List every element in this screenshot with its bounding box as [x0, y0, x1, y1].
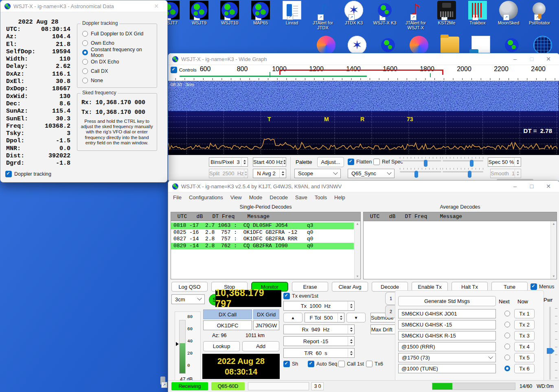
- tx1-message-field[interactable]: SM6CKU G4HSK JO01: [398, 309, 496, 318]
- desktop-icon-linrad[interactable]: ↗Linrad: [277, 1, 307, 25]
- tx1-next-radio[interactable]: [504, 311, 510, 316]
- sh-checkbox[interactable]: [283, 361, 290, 367]
- radio-icon[interactable]: [82, 78, 88, 83]
- tab-1[interactable]: 1: [385, 292, 396, 305]
- desktop-icon-moonsked[interactable]: ↗MoonSked: [494, 1, 523, 25]
- tx2-message-field[interactable]: SM6CKU G4HSK -15: [398, 320, 496, 329]
- radio-constant-freq-moon[interactable]: Constant frequency on Moon: [82, 48, 154, 57]
- menu-mode[interactable]: Mode: [249, 194, 263, 200]
- tx6-next-radio[interactable]: [504, 366, 510, 371]
- desktop-icon-jtdx-k3[interactable]: ✶↗JTDX K3: [339, 1, 368, 25]
- main-titlebar[interactable]: WSJT-X - ig-name=K3 v2.5.4 by K1JT, G4WJ…: [168, 181, 559, 192]
- waterfall[interactable]: 08:30 3cm: [168, 81, 559, 111]
- tx4-message-field[interactable]: @1500 (RRR): [398, 342, 496, 351]
- slider-gain-bottom[interactable]: [400, 168, 441, 177]
- tx5-now-button[interactable]: Tx 5: [514, 353, 535, 362]
- start-hz-spinner[interactable]: Start 400 Hz: [253, 157, 286, 167]
- slider-zero-top[interactable]: [443, 157, 483, 166]
- wide-graph-titlebar[interactable]: WSJT-X - ig-name=K3 - Wide Graph – □ ✕: [168, 53, 559, 65]
- maximize-button[interactable]: □: [525, 53, 539, 65]
- tx-even-checkbox[interactable]: [283, 293, 290, 299]
- spinner-arrows[interactable]: [348, 301, 354, 310]
- vertical-scrollbar[interactable]: ▲▼: [550, 221, 557, 279]
- radio-icon[interactable]: [82, 68, 88, 74]
- ftol-spinner[interactable]: F Tol 500: [305, 313, 344, 322]
- spinner-arrows[interactable]: [348, 325, 354, 334]
- close-button[interactable]: ✕: [541, 181, 555, 192]
- tx1-now-button[interactable]: Tx 1: [514, 309, 535, 318]
- frequency-display[interactable]: 10,368.179 797: [215, 290, 281, 307]
- close-button[interactable]: ✕: [149, 0, 163, 12]
- decode-row[interactable]: 0829 -14 2.8 762 : CQ GB2FRA IO90 q0: [171, 243, 354, 250]
- auto-seq-toggle[interactable]: Auto Seq: [308, 361, 337, 367]
- band-select[interactable]: 3cm: [171, 294, 205, 304]
- desktop-icon-wireglobe[interactable]: [528, 36, 557, 54]
- refspec-toggle[interactable]: Ref Spec: [373, 159, 403, 165]
- menu-help[interactable]: Help: [334, 194, 345, 200]
- tr-period-spinner[interactable]: T/R 60 s: [283, 348, 355, 358]
- tx-freq-spinner[interactable]: Tx 1000 Hz: [283, 301, 355, 311]
- spinner-arrows[interactable]: [279, 169, 286, 178]
- desktop-icon-trakbox[interactable]: ↗Trakbox: [463, 1, 492, 25]
- scroll-down-icon[interactable]: ▼: [357, 274, 359, 278]
- vertical-scrollbar[interactable]: ▲▼: [354, 221, 360, 279]
- refspec-checkbox[interactable]: [373, 159, 380, 165]
- close-button[interactable]: ✕: [541, 53, 555, 65]
- desktop-icon-kst2me[interactable]: ↗KST2Me: [432, 1, 461, 25]
- dx-grid-input[interactable]: JN79GW: [253, 320, 279, 330]
- decode-row[interactable]: 0818 -17 2.7 1063 : CQ DL0SHF JO54 q3: [171, 222, 354, 229]
- scroll-up-icon[interactable]: ▲: [552, 222, 555, 226]
- menu-file[interactable]: File: [173, 194, 182, 200]
- menu-view[interactable]: View: [230, 194, 242, 200]
- tx3-now-button[interactable]: Tx 3: [514, 331, 535, 340]
- radio-icon[interactable]: [82, 59, 88, 65]
- desktop-icon-orb1[interactable]: [311, 36, 341, 54]
- menu-save[interactable]: Save: [295, 194, 307, 200]
- rx-to-tx-button[interactable]: ▼: [346, 313, 366, 322]
- minimize-button[interactable]: –: [508, 181, 522, 192]
- desktop-icon-jtalert-jtdx[interactable]: ♪↗JTAlert for JTDX: [308, 1, 338, 30]
- menu-tools[interactable]: Tools: [315, 194, 327, 200]
- radio-full-doppler[interactable]: Full Doppler to DX Grid: [82, 29, 154, 38]
- sh-toggle[interactable]: Sh: [283, 361, 298, 367]
- auto-seq-checkbox[interactable]: [308, 361, 314, 367]
- spinner-arrows[interactable]: [283, 158, 286, 166]
- scroll-down-icon[interactable]: ▼: [552, 274, 555, 278]
- call-1st-checkbox[interactable]: [338, 361, 345, 367]
- tx6-checkbox[interactable]: [366, 361, 373, 367]
- menu-configurations[interactable]: Configurations: [189, 194, 223, 200]
- decode-row[interactable]: 0827 -14 2.8 757 : OK1DFC GB2FRA RRR q0: [171, 236, 354, 243]
- pwr-slider[interactable]: [547, 307, 557, 380]
- tx2-now-button[interactable]: Tx 2: [514, 320, 535, 329]
- desktop-icon-jtalert-wsjtx[interactable]: ♪↗JTAlert for WSJT-X: [401, 1, 430, 30]
- minimize-button[interactable]: –: [508, 53, 522, 65]
- spec-percent-spinner[interactable]: Spec 50 %: [488, 157, 521, 167]
- log-qso-button[interactable]: Log QSO: [171, 282, 208, 292]
- lookup-button[interactable]: Lookup: [203, 341, 240, 351]
- tab-2[interactable]: 2: [385, 305, 396, 318]
- navg-spinner[interactable]: N Avg 2: [253, 169, 286, 178]
- average-decodes-list[interactable]: ▲▼: [363, 221, 557, 279]
- desktop-icon-wsjt10[interactable]: ↗WSJT10: [215, 1, 244, 25]
- doppler-tracking-toggle[interactable]: Doppler tracking: [5, 171, 51, 177]
- flatten-toggle[interactable]: Flatten: [348, 159, 372, 165]
- slider-gain-top[interactable]: [400, 157, 441, 166]
- radio-none[interactable]: None: [82, 76, 154, 85]
- tx3-message-field[interactable]: SM6CKU G4HSK R-15: [398, 331, 496, 340]
- spinner-arrows[interactable]: [514, 158, 521, 166]
- menu-decode[interactable]: Decode: [270, 194, 288, 200]
- pwr-slider-handle[interactable]: [547, 348, 555, 354]
- tx4-now-button[interactable]: Tx 4: [514, 342, 535, 351]
- call-1st-toggle[interactable]: Call 1st: [338, 361, 364, 367]
- tx5-next-radio[interactable]: [504, 355, 510, 360]
- maximize-button[interactable]: □: [525, 181, 539, 192]
- spectrum-type-combo[interactable]: Q65_Sync: [348, 169, 395, 178]
- tx2-next-radio[interactable]: [504, 322, 510, 327]
- menus-checkbox[interactable]: [531, 283, 537, 290]
- desktop-icon-compass2[interactable]: ✶: [342, 36, 372, 54]
- tx6-toggle[interactable]: Tx6: [366, 361, 383, 367]
- tx6-now-button[interactable]: Tx 6: [514, 364, 535, 373]
- palette-combo[interactable]: Scope: [294, 169, 341, 178]
- tx4-next-radio[interactable]: [504, 344, 510, 349]
- report-spinner[interactable]: Report -15: [283, 336, 355, 346]
